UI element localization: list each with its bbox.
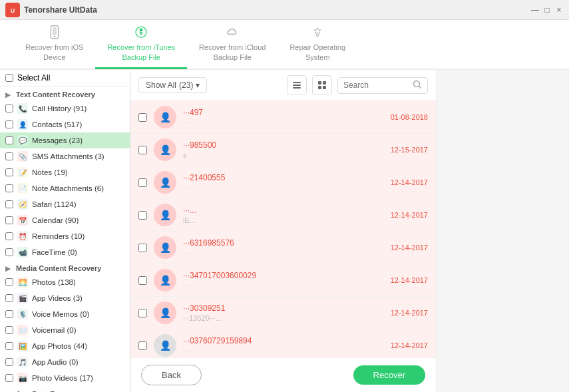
search-box bbox=[337, 77, 428, 94]
sidebar-app-photos[interactable]: 🖼️ App Photos (44) bbox=[0, 338, 130, 354]
svg-point-4 bbox=[54, 35, 55, 37]
nav-repair[interactable]: Repair OperatingSystem bbox=[278, 19, 357, 69]
safari-icon: 🧭 bbox=[17, 199, 28, 210]
message-row[interactable]: 👤 ···21400555 ··· 12-14-2017 bbox=[130, 166, 436, 199]
sidebar-facetime[interactable]: 📹 FaceTime (0) bbox=[0, 244, 130, 260]
msg-date: 12-14-2017 bbox=[391, 211, 428, 219]
photos-icon: 🌅 bbox=[17, 277, 28, 288]
sidebar-messages[interactable]: 💬 Messages (23) bbox=[0, 132, 130, 148]
msg-content: ···... iE... bbox=[183, 206, 384, 224]
notes-label: Notes (19) bbox=[32, 168, 68, 176]
show-all-button[interactable]: Show All (23) ▾ bbox=[138, 77, 207, 93]
msg-preview: ··· bbox=[183, 184, 384, 192]
note-attach-icon: 📄 bbox=[17, 183, 28, 194]
msg-checkbox[interactable] bbox=[138, 211, 147, 220]
sidebar-note-attachments[interactable]: 📄 Note Attachments (6) bbox=[0, 180, 130, 196]
avatar: 👤 bbox=[154, 204, 176, 226]
reminders-label: Reminders (10) bbox=[32, 232, 85, 240]
search-input[interactable] bbox=[343, 81, 410, 90]
grid-view-button[interactable] bbox=[312, 75, 332, 95]
nav-ios-label: Recover from iOSDevice bbox=[25, 43, 83, 62]
titlebar: U Tenorshare UltData — □ × bbox=[0, 0, 569, 20]
sidebar-call-history[interactable]: 📞 Call History (91) bbox=[0, 100, 130, 116]
msg-content: ···6316985576 ··· bbox=[183, 238, 384, 257]
msg-date: 12-15-2017 bbox=[391, 146, 428, 154]
sidebar-voicemail[interactable]: 📨 Voicemail (0) bbox=[0, 322, 130, 338]
sidebar-voice-memos[interactable]: 🎙️ Voice Memos (0) bbox=[0, 306, 130, 322]
svg-rect-22 bbox=[293, 82, 301, 83]
sidebar-calendar[interactable]: 📅 Calendar (90) bbox=[0, 212, 130, 228]
msg-name: ···... bbox=[183, 206, 384, 215]
app-videos-label: App Videos (3) bbox=[32, 294, 83, 302]
titlebar-left: U Tenorshare UltData bbox=[5, 3, 97, 17]
close-button[interactable]: × bbox=[554, 5, 564, 15]
app-name: Tenorshare UltData bbox=[24, 5, 97, 15]
sidebar-safari[interactable]: 🧭 Safari (1124) bbox=[0, 196, 130, 212]
list-view-button[interactable] bbox=[287, 75, 307, 95]
select-all-label: Select All bbox=[17, 73, 50, 83]
nav-icloud[interactable]: Recover from iCloudBackup File bbox=[187, 19, 278, 69]
message-row[interactable]: 👤 ···30309251 ···13520···... 12-14-2017 bbox=[130, 297, 436, 329]
select-all-checkbox[interactable] bbox=[5, 74, 13, 82]
phone-icon: 📞 bbox=[17, 103, 28, 114]
sidebar-notes[interactable]: 📝 Notes (19) bbox=[0, 164, 130, 180]
sidebar-contacts[interactable]: 👤 Contacts (517) bbox=[0, 116, 130, 132]
back-button[interactable]: Back bbox=[141, 365, 202, 385]
app-audio-label: App Audio (0) bbox=[32, 358, 79, 366]
msg-preview: ··· bbox=[183, 347, 384, 355]
message-row[interactable]: 👤 ···347017003600029 ··· 12-14-2017 bbox=[130, 264, 436, 297]
message-row[interactable]: 👤 ···... iE... 12-14-2017 bbox=[130, 199, 436, 232]
sidebar-photos[interactable]: 🌅 Photos (138) bbox=[0, 274, 130, 290]
right-panel bbox=[436, 70, 569, 392]
window-controls[interactable]: — □ × bbox=[530, 5, 564, 15]
msg-checkbox[interactable] bbox=[138, 276, 147, 285]
section-text-label: Text Content Recovery bbox=[16, 91, 95, 98]
message-row[interactable]: 👤 ···985500 s 12-15-2017 bbox=[130, 134, 436, 166]
msg-checkbox[interactable] bbox=[138, 309, 147, 317]
message-row[interactable]: 👤 ···6316985576 ··· 12-14-2017 bbox=[130, 232, 436, 264]
nav-repair-label: Repair OperatingSystem bbox=[289, 43, 345, 62]
facetime-label: FaceTime (0) bbox=[32, 248, 77, 256]
nav-itunes[interactable]: Recover from iTunesBackup File bbox=[95, 19, 187, 69]
svg-point-7 bbox=[317, 34, 319, 36]
voicemail-icon: 📨 bbox=[17, 325, 28, 335]
avatar: 👤 bbox=[154, 301, 176, 324]
msg-checkbox[interactable] bbox=[138, 146, 147, 154]
recover-button[interactable]: Recover bbox=[353, 365, 425, 385]
msg-content: ···985500 s bbox=[183, 140, 384, 159]
section-toggle-icon: ▶ bbox=[5, 91, 11, 98]
avatar: 👤 bbox=[154, 269, 176, 292]
voice-memos-label: Voice Memos (0) bbox=[32, 310, 89, 318]
msg-checkbox[interactable] bbox=[138, 244, 147, 252]
msg-preview: ··· bbox=[183, 249, 384, 257]
sidebar-reminders[interactable]: ⏰ Reminders (10) bbox=[0, 228, 130, 244]
svg-point-6 bbox=[140, 29, 143, 32]
sidebar-photo-videos[interactable]: 📷 Photo Videos (17) bbox=[0, 370, 130, 386]
sidebar-app-videos[interactable]: 🎬 App Videos (3) bbox=[0, 290, 130, 306]
minimize-button[interactable]: — bbox=[530, 5, 540, 15]
svg-rect-27 bbox=[318, 86, 321, 89]
section-media-content: ▶ Media Content Recovery bbox=[0, 260, 130, 274]
msg-date: 01-08-2018 bbox=[391, 113, 428, 121]
svg-rect-25 bbox=[318, 81, 321, 85]
msg-preview: s bbox=[183, 151, 384, 159]
message-row[interactable]: 👤 ···497 ··· 01-08-2018 bbox=[130, 101, 436, 134]
msg-preview: ··· bbox=[183, 118, 384, 126]
sidebar-sms-attachments[interactable]: 📎 SMS Attachments (3) bbox=[0, 148, 130, 164]
safari-label: Safari (1124) bbox=[32, 200, 76, 208]
svg-rect-23 bbox=[293, 85, 301, 86]
app-logo: U bbox=[5, 3, 20, 17]
nav-ios[interactable]: Recover from iOSDevice bbox=[13, 19, 95, 69]
message-list: 👤 ···497 ··· 01-08-2018 👤 ···985500 s 12… bbox=[130, 101, 436, 357]
msg-checkbox[interactable] bbox=[138, 113, 147, 122]
msg-content: ···497 ··· bbox=[183, 108, 384, 126]
calendar-icon: 📅 bbox=[17, 215, 28, 226]
select-all-row[interactable]: Select All bbox=[0, 70, 130, 87]
sms-label: SMS Attachments (3) bbox=[32, 152, 104, 160]
sidebar-app-audio[interactable]: 🎵 App Audio (0) bbox=[0, 354, 130, 370]
msg-checkbox[interactable] bbox=[138, 341, 147, 350]
notes-icon: 📝 bbox=[17, 167, 28, 178]
maximize-button[interactable]: □ bbox=[542, 5, 552, 15]
message-row[interactable]: 👤 ···03760729159894 ··· 12-14-2017 bbox=[130, 329, 436, 357]
msg-checkbox[interactable] bbox=[138, 178, 147, 187]
